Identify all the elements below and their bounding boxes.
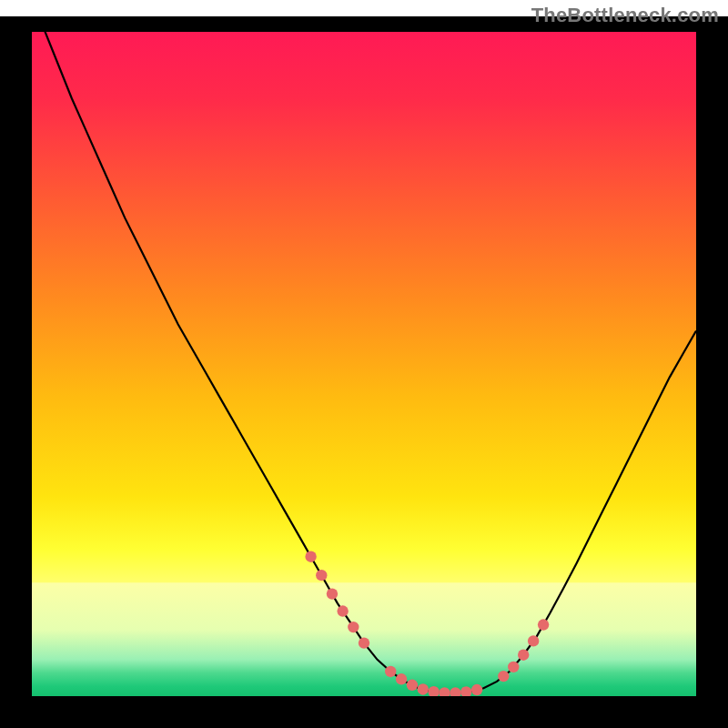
highlight-dot [316,570,327,581]
watermark-text: TheBottleneck.com [531,4,719,27]
plot-area [32,32,696,696]
highlight-dot [337,605,348,616]
highlight-dot [348,622,359,632]
highlight-dot [305,551,316,562]
highlight-dot [418,683,429,694]
highlight-dot [518,650,529,661]
highlight-dot [528,635,539,646]
highlight-dot [508,662,519,672]
highlight-dot [359,637,369,648]
gradient-background [32,32,696,696]
highlight-dot [407,680,418,691]
highlight-dot [327,588,338,599]
highlight-dot [396,673,407,684]
highlight-dot [385,666,396,677]
bottleneck-chart [32,32,696,696]
highlight-dot [471,684,482,695]
highlight-dot [538,619,549,630]
highlight-dot [498,671,509,682]
chart-frame [0,16,728,728]
